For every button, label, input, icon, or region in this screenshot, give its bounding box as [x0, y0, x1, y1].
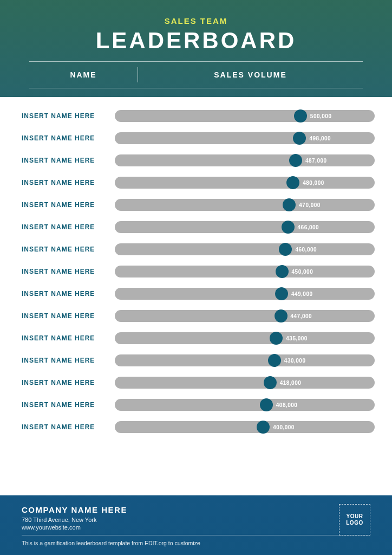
bar-dot: [260, 398, 273, 411]
row-name: INSERT NAME HERE: [22, 423, 115, 431]
company-name: COMPANY NAME HERE: [22, 505, 370, 514]
bar-dot: [275, 287, 288, 300]
bar-dot: [283, 198, 296, 211]
column-header-sales: SALES VOLUME: [138, 70, 363, 79]
bar-track: [115, 399, 375, 411]
bar-value-label: 470,000: [299, 202, 321, 208]
bar-track: [115, 243, 375, 255]
bar-dot: [286, 176, 299, 189]
row-name: INSERT NAME HERE: [22, 401, 115, 409]
row-name: INSERT NAME HERE: [22, 379, 115, 386]
leaderboard-row: INSERT NAME HERE430,000: [22, 354, 375, 366]
bar-track: [115, 132, 375, 144]
bar-dot: [282, 221, 295, 234]
bar: 447,000: [115, 310, 375, 322]
bar-dot: [270, 332, 283, 345]
bar: 449,000: [115, 288, 375, 300]
footer: COMPANY NAME HERE 780 Third Avenue, New …: [0, 495, 392, 555]
bar: 480,000: [115, 177, 375, 189]
company-address: 780 Third Avenue, New York: [22, 517, 370, 523]
bar-dot: [268, 354, 281, 367]
bar: 450,000: [115, 266, 375, 278]
leaderboard-row: INSERT NAME HERE487,000: [22, 154, 375, 166]
bar-dot: [264, 376, 277, 389]
bar: 418,000: [115, 377, 375, 389]
bar-dot: [279, 243, 292, 256]
leaderboard-row: INSERT NAME HERE466,000: [22, 221, 375, 233]
bar: 466,000: [115, 221, 375, 233]
bar-track: [115, 199, 375, 211]
subtitle: SALES TEAM: [27, 16, 365, 25]
bar-value-label: 400,000: [273, 424, 295, 430]
bar: 460,000: [115, 243, 375, 255]
leaderboard-row: INSERT NAME HERE400,000: [22, 421, 375, 433]
leaderboard-row: INSERT NAME HERE460,000: [22, 243, 375, 255]
leaderboard-row: INSERT NAME HERE470,000: [22, 199, 375, 211]
logo-text-2: LOGO: [346, 520, 363, 526]
bar-dot: [275, 309, 288, 322]
bar: 430,000: [115, 354, 375, 366]
row-name: INSERT NAME HERE: [22, 357, 115, 364]
bar-value-label: 487,000: [305, 158, 327, 164]
company-url: www.yourwebsite.com: [22, 524, 370, 531]
bar-track: [115, 154, 375, 166]
row-name: INSERT NAME HERE: [22, 312, 115, 320]
row-name: INSERT NAME HERE: [22, 179, 115, 186]
bar: 435,000: [115, 332, 375, 344]
bar: 470,000: [115, 199, 375, 211]
bar: 400,000: [115, 421, 375, 433]
leaderboard-row: INSERT NAME HERE498,000: [22, 132, 375, 144]
bar-value-label: 480,000: [303, 180, 324, 186]
column-headers: NAME SALES VOLUME: [29, 61, 363, 88]
bar-value-label: 500,000: [310, 113, 332, 119]
bar: 498,000: [115, 132, 375, 144]
bar-value-label: 450,000: [292, 269, 313, 275]
row-name: INSERT NAME HERE: [22, 201, 115, 209]
bar-value-label: 435,000: [286, 335, 308, 341]
bar-value-label: 449,000: [291, 291, 313, 297]
row-name: INSERT NAME HERE: [22, 157, 115, 164]
bar-value-label: 408,000: [276, 402, 298, 408]
bar-dot: [293, 132, 306, 145]
leaderboard-page: SALES TEAM LEADERBOARD NAME SALES VOLUME…: [0, 0, 392, 555]
leaderboard-row: INSERT NAME HERE408,000: [22, 399, 375, 411]
bar-track: [115, 310, 375, 322]
bar-value-label: 498,000: [309, 135, 331, 141]
bar-dot: [276, 265, 289, 278]
row-name: INSERT NAME HERE: [22, 134, 115, 142]
leaderboard-row: INSERT NAME HERE450,000: [22, 266, 375, 278]
bar-dot: [294, 109, 307, 122]
bar: 500,000: [115, 110, 375, 122]
row-name: INSERT NAME HERE: [22, 268, 115, 275]
bar-track: [115, 332, 375, 344]
leaderboard-row: INSERT NAME HERE435,000: [22, 332, 375, 344]
row-name: INSERT NAME HERE: [22, 246, 115, 253]
bar-value-label: 447,000: [291, 313, 312, 319]
bar-track: [115, 110, 375, 122]
bar: 408,000: [115, 399, 375, 411]
bar-track: [115, 221, 375, 233]
row-name: INSERT NAME HERE: [22, 290, 115, 298]
leaderboard-row: INSERT NAME HERE447,000: [22, 310, 375, 322]
bar-value-label: 466,000: [298, 224, 319, 230]
bar-track: [115, 421, 375, 433]
leaderboard-row: INSERT NAME HERE480,000: [22, 177, 375, 189]
bar: 487,000: [115, 154, 375, 166]
logo-placeholder: YOUR LOGO: [339, 504, 370, 535]
bar-track: [115, 177, 375, 189]
bar-value-label: 418,000: [280, 380, 302, 386]
row-name: INSERT NAME HERE: [22, 112, 115, 120]
page-title: LEADERBOARD: [27, 28, 365, 54]
bar-value-label: 460,000: [295, 247, 317, 253]
bar-track: [115, 377, 375, 389]
bar-track: [115, 288, 375, 300]
bar-dot: [257, 421, 270, 434]
column-header-name: NAME: [29, 70, 138, 79]
logo-text-1: YOUR: [347, 513, 363, 519]
bar-track: [115, 354, 375, 366]
leaderboard-row: INSERT NAME HERE449,000: [22, 288, 375, 300]
leaderboard-row: INSERT NAME HERE418,000: [22, 377, 375, 389]
bar-dot: [289, 154, 302, 167]
leaderboard-row: INSERT NAME HERE500,000: [22, 110, 375, 122]
header: SALES TEAM LEADERBOARD NAME SALES VOLUME: [0, 0, 392, 97]
